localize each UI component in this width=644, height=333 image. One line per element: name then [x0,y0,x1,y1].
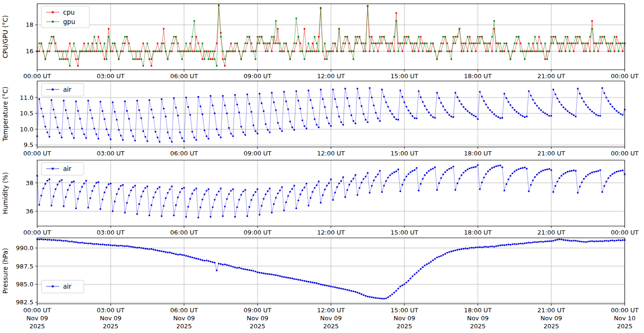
y-axis-label: Pressure (hPa) [1,248,9,294]
y-tick-label: 10.0 [20,126,33,133]
x-tick-label: 18:00 UT [464,229,491,236]
y-axis-label: CPU/GPU (°C) [1,15,9,58]
x-tick-date-label: Nov 09 [247,315,268,322]
x-tick-date-label: Nov 09 [540,315,562,322]
x-tick-year-label: 2025 [250,323,265,330]
x-tick-date-label: Nov 09 [320,315,342,322]
x-tick-label: 00:00 UT [611,73,638,80]
panel-humidity: 363800:00 UT03:00 UT06:00 UT09:00 UT12:0… [1,160,639,236]
legend: air [41,83,84,96]
x-tick-label: 00:00 UT [23,73,51,80]
x-tick-label: 12:00 UT [317,307,345,314]
multi-panel-chart: 161800:00 UT03:00 UT06:00 UT09:00 UT12:0… [0,0,644,333]
x-tick-label: 12:00 UT [317,73,345,80]
legend: air [41,162,84,175]
y-tick-label: 985.0 [16,281,33,288]
y-axis-label: Temperature (°C) [1,87,9,142]
x-tick-label: 06:00 UT [170,229,198,236]
y-tick-label: 9.5 [24,141,33,148]
x-tick-label: 18:00 UT [464,150,491,157]
legend-label-gpu: gpu [63,18,75,25]
legend-marker-air [52,168,54,170]
y-tick-label: 987.5 [16,263,33,270]
legend: cpugpu [41,6,89,28]
x-tick-label: 06:00 UT [170,307,198,314]
legend-marker-air [52,89,54,90]
x-tick-label: 15:00 UT [390,150,418,157]
x-tick-label: 09:00 UT [243,229,271,236]
legend-label-air: air [63,283,72,290]
x-tick-label: 03:00 UT [97,307,124,314]
x-tick-year-label: 2025 [29,323,45,330]
y-axis-label: Humidity (%) [1,172,9,214]
x-tick-label: 15:00 UT [390,307,418,314]
x-tick-label: 21:00 UT [537,229,565,236]
x-tick-label: 06:00 UT [170,150,198,157]
legend-label-air: air [63,86,72,93]
y-tick-label: 16 [25,48,33,55]
y-tick-label: 36 [25,208,33,215]
legend-label-cpu: cpu [63,8,75,16]
x-tick-year-label: 2025 [323,323,338,330]
panel-pressure: 982.5985.0987.5990.000:00 UTNov 09202503… [1,238,639,330]
y-tick-label: 990.0 [16,244,33,252]
legend-marker-cpu [52,11,54,13]
x-tick-label: 15:00 UT [390,229,418,236]
x-tick-year-label: 2025 [176,323,192,330]
x-tick-label: 09:00 UT [243,73,271,80]
legend-marker-gpu [52,21,54,23]
y-tick-label: 38 [25,179,33,187]
x-tick-year-label: 2025 [103,323,118,330]
x-tick-label: 21:00 UT [537,150,565,157]
legend-label-air: air [63,165,72,172]
x-tick-date-label: Nov 09 [26,315,48,322]
x-tick-label: 00:00 UT [23,307,51,314]
y-tick-label: 982.5 [16,299,33,306]
y-tick-label: 11.0 [20,94,33,101]
x-tick-year-label: 2025 [617,323,632,330]
x-tick-label: 00:00 UT [611,307,638,314]
x-tick-label: 00:00 UT [23,229,51,236]
x-tick-label: 00:00 UT [611,150,638,157]
x-tick-label: 21:00 UT [537,307,565,314]
x-tick-year-label: 2025 [470,323,485,330]
x-tick-label: 15:00 UT [390,73,418,80]
x-tick-label: 18:00 UT [464,307,491,314]
x-tick-label: 00:00 UT [23,150,51,157]
y-tick-label: 18 [25,21,33,28]
figure: 161800:00 UT03:00 UT06:00 UT09:00 UT12:0… [0,0,644,333]
x-tick-date-label: Nov 09 [100,315,121,322]
x-tick-label: 03:00 UT [97,150,124,157]
panel-temperature: 9.510.010.511.000:00 UT03:00 UT06:00 UT0… [1,81,639,157]
y-tick-label: 10.5 [20,110,33,117]
x-tick-label: 12:00 UT [317,229,345,236]
x-tick-year-label: 2025 [396,323,412,330]
x-tick-date-label: Nov 10 [614,315,636,322]
x-tick-label: 21:00 UT [537,73,565,80]
x-tick-year-label: 2025 [543,323,559,330]
x-tick-date-label: Nov 09 [173,315,195,322]
x-tick-label: 00:00 UT [611,229,638,236]
x-tick-label: 03:00 UT [97,73,124,80]
legend: air [41,280,84,293]
x-tick-date-label: Nov 09 [394,315,415,322]
legend-marker-air [52,285,54,287]
x-tick-label: 09:00 UT [243,150,271,157]
x-tick-label: 06:00 UT [170,73,198,80]
x-tick-label: 09:00 UT [243,307,271,314]
x-tick-label: 12:00 UT [317,150,345,157]
x-tick-label: 18:00 UT [464,73,491,80]
panel-cpu-gpu: 161800:00 UT03:00 UT06:00 UT09:00 UT12:0… [1,4,639,80]
x-tick-date-label: Nov 09 [467,315,489,322]
x-tick-label: 03:00 UT [97,229,124,236]
